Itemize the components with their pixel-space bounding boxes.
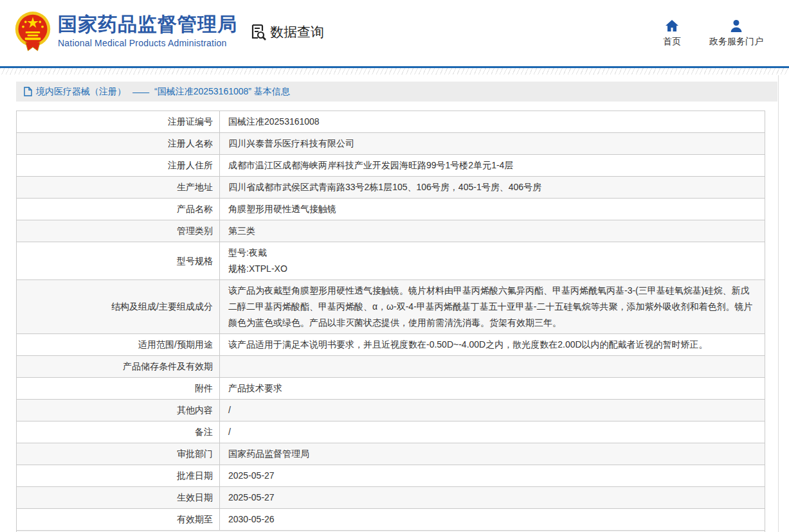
field-label: 生效日期: [17, 487, 220, 509]
field-value: 2025-05-27: [220, 465, 765, 487]
user-icon: [730, 19, 743, 32]
field-value: 第三类: [220, 220, 765, 242]
breadcrumb-section-link[interactable]: 境内医疗器械（注册）: [36, 86, 126, 98]
page: 国家药品监督管理局 National Medical Products Admi…: [0, 0, 789, 532]
content-right-edge: [778, 75, 779, 532]
field-label: 有效期至: [17, 509, 220, 531]
field-value: 2025-05-27: [220, 487, 765, 509]
field-label: 产品储存条件及有效期: [17, 356, 220, 378]
nav-home-label: 首页: [663, 36, 681, 48]
hatch-texture-band: [0, 68, 789, 75]
table-row: 结构及组成/主要组成成分 该产品为夜戴型角膜塑形用硬性透气接触镜。镜片材料由甲基…: [17, 280, 765, 334]
table-row: 附件 产品技术要求: [17, 378, 765, 400]
field-label: 注册人住所: [17, 155, 220, 177]
breadcrumb-current: “国械注准20253161008” 基本信息: [154, 86, 290, 98]
field-value: 四川省成都市武侯区武青南路33号2栋1层105、106号房，405-1号房、40…: [220, 177, 765, 199]
field-value: 产品技术要求: [220, 378, 765, 400]
document-icon: [24, 87, 32, 96]
nav-portal[interactable]: 政务服务门户: [709, 19, 763, 48]
table-row: 审批部门 国家药品监督管理局: [17, 443, 765, 465]
site-header: 国家药品监督管理局 National Medical Products Admi…: [0, 0, 789, 66]
field-value: /: [220, 421, 765, 443]
field-label: 批准日期: [17, 465, 220, 487]
field-value: 2030-05-26: [220, 509, 765, 531]
national-emblem-logo[interactable]: [14, 11, 52, 52]
site-title: 国家药品监督管理局: [58, 14, 237, 35]
data-query-label: 数据查询: [270, 23, 324, 41]
field-value: 该产品为夜戴型角膜塑形用硬性透气接触镜。镜片材料由甲基丙烯酸六氟异丙酯、甲基丙烯…: [220, 280, 765, 334]
brand-text: 国家药品监督管理局 National Medical Products Admi…: [58, 14, 237, 48]
nav-portal-label: 政务服务门户: [709, 36, 763, 48]
registration-info-table: 注册证编号 国械注准20253161008 注册人名称 四川兴泰普乐医疗科技有限…: [16, 111, 765, 531]
field-value: 国家药品监督管理局: [220, 443, 765, 465]
table-row: 批准日期 2025-05-27: [17, 465, 765, 487]
table-row: 生产地址 四川省成都市武侯区武青南路33号2栋1层105、106号房，405-1…: [17, 177, 765, 199]
field-label: 生产地址: [17, 177, 220, 199]
field-label: 附件: [17, 378, 220, 400]
top-nav: 首页 政务服务门户: [663, 19, 763, 48]
field-value: 国械注准20253161008: [220, 111, 765, 133]
table-row: 适用范围/预期用途 该产品适用于满足本说明书要求，并且近视度数在-0.50D~-…: [17, 334, 765, 356]
table-row: 备注 /: [17, 421, 765, 443]
data-query-tab[interactable]: 数据查询: [249, 23, 324, 41]
table-row: 注册人住所 成都市温江区成都海峡两岸科技产业开发园海旺路99号1号楼2单元1-4…: [17, 155, 765, 177]
breadcrumb: 境内医疗器械（注册） —— “国械注准20253161008” 基本信息: [16, 82, 777, 102]
field-label: 审批部门: [17, 443, 220, 465]
field-label: 产品名称: [17, 199, 220, 220]
field-value: 该产品适用于满足本说明书要求，并且近视度数在-0.50D~-4.00D之内，散光…: [220, 334, 765, 356]
site-subtitle: National Medical Products Administration: [58, 38, 237, 48]
field-label: 型号规格: [17, 242, 220, 280]
table-row: 产品储存条件及有效期: [17, 356, 765, 378]
field-label: 结构及组成/主要组成成分: [17, 280, 220, 334]
field-label: 注册证编号: [17, 111, 220, 133]
field-label: 其他内容: [17, 400, 220, 421]
field-label: 管理类别: [17, 220, 220, 242]
field-label: 适用范围/预期用途: [17, 334, 220, 356]
table-row: 产品名称 角膜塑形用硬性透气接触镜: [17, 199, 765, 220]
table-row: 型号规格 型号:夜戴 规格:XTPL-XO: [17, 242, 765, 280]
field-value: [220, 356, 765, 378]
table-row: 注册人名称 四川兴泰普乐医疗科技有限公司: [17, 133, 765, 155]
document-search-icon: [249, 23, 267, 41]
breadcrumb-separator: ——: [132, 87, 148, 97]
field-value: 四川兴泰普乐医疗科技有限公司: [220, 133, 765, 155]
nav-home[interactable]: 首页: [663, 19, 681, 48]
field-value: 角膜塑形用硬性透气接触镜: [220, 199, 765, 220]
table-row: 其他内容 /: [17, 400, 765, 421]
table-row: 有效期至 2030-05-26: [17, 509, 765, 531]
field-value: /: [220, 400, 765, 421]
field-label: 备注: [17, 421, 220, 443]
table-row: 生效日期 2025-05-27: [17, 487, 765, 509]
field-value: 型号:夜戴 规格:XTPL-XO: [220, 242, 765, 280]
table-row: 注册证编号 国械注准20253161008: [17, 111, 765, 133]
field-label: 注册人名称: [17, 133, 220, 155]
field-value: 成都市温江区成都海峡两岸科技产业开发园海旺路99号1号楼2单元1-4层: [220, 155, 765, 177]
home-icon: [665, 19, 679, 32]
table-row: 管理类别 第三类: [17, 220, 765, 242]
